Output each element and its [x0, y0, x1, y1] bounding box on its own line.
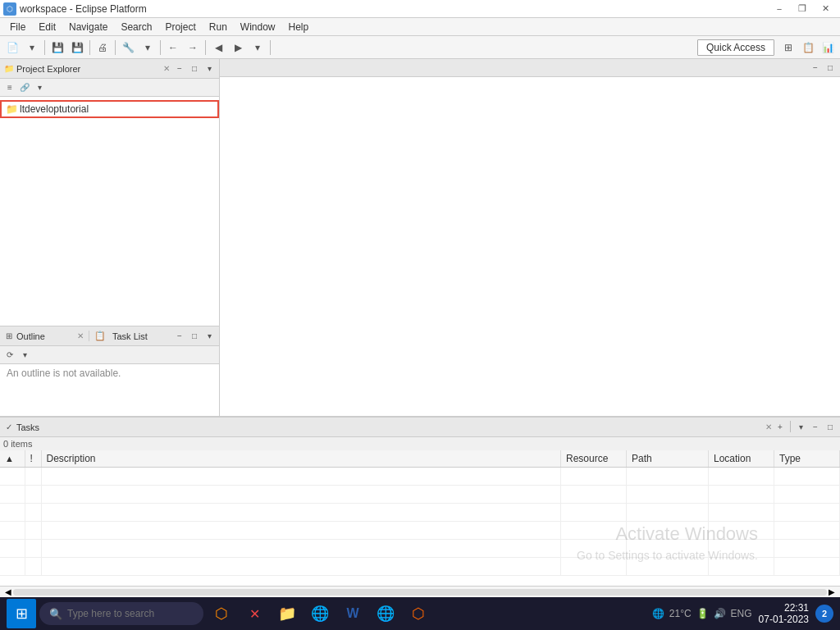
edge-icon: 🌐 [377, 605, 395, 623]
taskbar-app-word[interactable]: W [338, 599, 368, 628]
project-explorer-title: Project Explorer [16, 64, 160, 74]
toolbar-sep-5 [205, 40, 206, 55]
menu-search[interactable]: Search [114, 20, 158, 34]
perspective-2-btn[interactable]: 📊 [819, 39, 837, 57]
toolbar-save-all-btn[interactable]: 💾 [68, 39, 86, 57]
task-list-title: Task List [112, 331, 171, 341]
taskbar-app-edge[interactable]: 🌐 [371, 599, 400, 628]
table-row [0, 486, 840, 504]
tasks-table[interactable]: ▲ ! Description Resource Path Location T… [0, 450, 840, 586]
outline-view-menu-btn[interactable]: ▾ [18, 349, 31, 362]
sound-icon[interactable]: 🔊 [714, 608, 726, 619]
title-bar-controls: − ❐ ✕ [768, 0, 837, 18]
editor-maximize[interactable]: □ [824, 62, 837, 75]
col-header-description: Description [41, 450, 561, 468]
outline-icon: ⊞ [3, 331, 15, 342]
word-icon: W [346, 606, 358, 621]
outline-minimize[interactable]: − [173, 330, 186, 343]
pe-view-menu-btn[interactable]: ▾ [33, 81, 46, 94]
toolbar-sep-1 [44, 40, 45, 55]
taskbar-app-explorer[interactable]: 📁 [272, 599, 302, 628]
title-bar: ⬡ workspace - Eclipse Platform − ❐ ✕ [0, 0, 840, 18]
menu-help[interactable]: Help [282, 20, 316, 34]
toolbar-fwd-drop-btn[interactable]: ▾ [249, 39, 267, 57]
tasks-sep [790, 421, 791, 432]
project-explorer-chevron[interactable]: ▾ [203, 62, 216, 75]
tasks-add-btn[interactable]: + [774, 421, 787, 434]
tasks-filter-btn[interactable]: ▾ [794, 421, 807, 434]
tasks-maximize[interactable]: □ [824, 421, 837, 434]
start-button[interactable]: ⊞ [7, 599, 36, 628]
toolbar-refactor-drop-btn[interactable]: ▾ [139, 39, 157, 57]
outline-content: An outline is not available. [0, 364, 219, 416]
battery-icon[interactable]: 🔋 [696, 608, 709, 619]
left-sidebar: 📁 Project Explorer ✕ − □ ▾ ≡ 🔗 ▾ 📁 ltdev… [0, 59, 220, 417]
taskbar-app-chrome[interactable]: 🌐 [305, 599, 335, 628]
taskbar-search-box[interactable]: 🔍 [39, 602, 203, 625]
eclipse2-icon: ⬡ [412, 605, 425, 623]
outline-panel: ⊞ Outline ✕ 📋 Task List − □ ▾ ⟳ ▾ An out… [0, 326, 219, 417]
project-tree: 📁 ltdeveloptutorial [0, 97, 219, 326]
horizontal-scrollbar[interactable] [13, 589, 827, 596]
toolbar-save-btn[interactable]: 💾 [48, 39, 66, 57]
toolbar-prev-edit-btn[interactable]: ← [164, 39, 182, 57]
project-explorer-toolbar: ≡ 🔗 ▾ [0, 79, 219, 97]
tasks-scrollbar[interactable]: ◀ ▶ [0, 586, 840, 597]
col-header-path: Path [627, 450, 709, 468]
quick-access-button[interactable]: Quick Access [697, 39, 774, 56]
editor-content[interactable] [220, 77, 840, 416]
toolbar: 📄 ▾ 💾 💾 🖨 🔧 ▾ ← → ◀ ▶ ▾ Quick Access ⊞ 📋… [0, 36, 840, 59]
scroll-left-btn[interactable]: ◀ [3, 587, 13, 596]
menu-file[interactable]: File [3, 20, 32, 34]
menu-navigate[interactable]: Navigate [62, 20, 114, 34]
network-icon[interactable]: 🌐 [652, 608, 664, 619]
open-perspective-btn[interactable]: ⊞ [779, 39, 797, 57]
scroll-right-btn[interactable]: ▶ [827, 587, 837, 596]
toolbar-next-edit-btn[interactable]: → [184, 39, 202, 57]
taskbar-app-xampp[interactable]: ✕ [240, 599, 269, 628]
collapse-all-btn[interactable]: ≡ [3, 81, 16, 94]
project-tree-item[interactable]: 📁 ltdeveloptutorial [0, 100, 219, 118]
restore-button[interactable]: ❐ [791, 0, 814, 18]
toolbar-refactor-btn[interactable]: 🔧 [119, 39, 137, 57]
editor-minimize[interactable]: − [809, 62, 822, 75]
outline-maximize[interactable]: □ [188, 330, 201, 343]
col-header-severity: ! [25, 450, 41, 468]
project-explorer-maximize[interactable]: □ [188, 62, 201, 75]
col-header-location: Location [709, 450, 774, 468]
tasks-minimize[interactable]: − [809, 421, 822, 434]
lang-display: ENG [731, 608, 752, 619]
menu-project[interactable]: Project [158, 20, 202, 34]
link-with-editor-btn[interactable]: 🔗 [18, 81, 31, 94]
table-row [0, 540, 840, 558]
outline-sync-btn[interactable]: ⟳ [3, 349, 16, 362]
minimize-button[interactable]: − [768, 0, 791, 18]
editor-controls: − □ [809, 62, 837, 75]
toolbar-print-btn[interactable]: 🖨 [94, 39, 112, 57]
menu-window[interactable]: Window [234, 20, 282, 34]
outline-chevron[interactable]: ▾ [203, 330, 216, 343]
close-button[interactable]: ✕ [814, 0, 837, 18]
table-row [0, 558, 840, 576]
project-explorer-minimize[interactable]: − [173, 62, 186, 75]
toolbar-dropdown-btn[interactable]: ▾ [23, 39, 41, 57]
menu-edit[interactable]: Edit [32, 20, 62, 34]
menu-run[interactable]: Run [203, 20, 234, 34]
taskbar-app-eclipse[interactable]: ⬡ [207, 599, 236, 628]
col-header-num: ▲ [0, 450, 25, 468]
taskbar-clock: 22:31 07-01-2023 [759, 602, 809, 625]
toolbar-fwd-btn[interactable]: ▶ [229, 39, 247, 57]
project-icon: 📁 [5, 103, 18, 116]
taskbar-search-input[interactable] [67, 608, 194, 619]
project-name: ltdeveloptutorial [20, 103, 89, 115]
toolbar-sep-2 [89, 40, 90, 55]
project-explorer-icon: 📁 [3, 63, 15, 75]
table-row [0, 522, 840, 540]
perspective-1-btn[interactable]: 📋 [799, 39, 817, 57]
explorer-icon: 📁 [278, 605, 296, 623]
taskbar-app-eclipse2[interactable]: ⬡ [404, 599, 433, 628]
toolbar-back-btn[interactable]: ◀ [209, 39, 227, 57]
toolbar-new-btn[interactable]: 📄 [3, 39, 21, 57]
notification-badge[interactable]: 2 [815, 605, 833, 623]
task-list-icon: 📋 [89, 331, 111, 341]
